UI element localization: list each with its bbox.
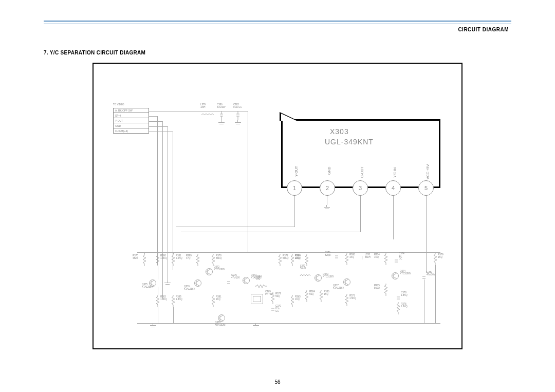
chip-ref: X303 bbox=[330, 127, 349, 136]
resistor bbox=[156, 295, 159, 307]
chip-pin-5: 5 bbox=[418, 180, 434, 196]
wire bbox=[149, 126, 168, 127]
chip-pin-1-label: Y-OUT bbox=[294, 166, 298, 177]
wire bbox=[294, 196, 295, 227]
connector-title: TO VIDEO bbox=[113, 104, 124, 106]
chip-pin-4-label: Y/C IN bbox=[393, 167, 397, 178]
chip-notch-fill bbox=[281, 114, 297, 121]
transistor-q374 bbox=[392, 272, 399, 279]
inductor-l379 bbox=[201, 109, 214, 113]
chip-pin-1: 1 bbox=[287, 180, 302, 196]
delay-line-dl301 bbox=[251, 294, 263, 304]
circuit-diagram-frame: X303 UGL-349KNT 1 Y-OUT 2 GND 3 C-OUT 4 … bbox=[92, 63, 462, 349]
svg-line-27 bbox=[220, 315, 224, 317]
svg-line-15 bbox=[208, 269, 211, 271]
wire bbox=[248, 111, 248, 252]
comp-label: C382 0.1u CC bbox=[233, 104, 242, 109]
connector-row: C-OUT(+4) bbox=[113, 128, 149, 134]
resistor bbox=[143, 254, 146, 266]
chip-pin-2-label: GND bbox=[327, 166, 331, 175]
transistor-q376 bbox=[194, 279, 201, 287]
cap-c375 bbox=[227, 278, 230, 285]
wire bbox=[149, 116, 157, 117]
wire bbox=[426, 196, 427, 247]
wire bbox=[157, 116, 158, 265]
ground-icon bbox=[235, 120, 241, 125]
chip-part: UGL-349KNT bbox=[325, 138, 374, 146]
wire bbox=[168, 126, 168, 281]
transistor-q373b bbox=[314, 274, 322, 282]
svg-line-46 bbox=[345, 279, 349, 281]
svg-line-33 bbox=[245, 282, 248, 284]
svg-line-23 bbox=[196, 284, 200, 286]
svg-line-47 bbox=[345, 283, 349, 285]
chip-pin-3: 3 bbox=[353, 180, 368, 196]
header-rule bbox=[44, 21, 511, 24]
wire-rail-vcc bbox=[137, 252, 440, 253]
connector-row: A. BK/OFF SW bbox=[113, 108, 149, 113]
svg-line-32 bbox=[245, 277, 248, 279]
resistor bbox=[156, 254, 159, 266]
transistor-q378 bbox=[218, 314, 225, 322]
ground-icon bbox=[150, 323, 156, 328]
wire bbox=[181, 232, 361, 232]
wire bbox=[393, 196, 394, 239]
svg-line-10 bbox=[151, 280, 155, 282]
chip-pin-3-label: C-OUT bbox=[360, 166, 364, 178]
comp-label: L379 1mH bbox=[200, 104, 206, 109]
ground-icon bbox=[253, 323, 259, 328]
wire bbox=[360, 196, 361, 232]
wire bbox=[149, 111, 248, 111]
svg-line-39 bbox=[317, 275, 320, 277]
wire bbox=[173, 132, 173, 270]
cap-c382 bbox=[236, 112, 239, 118]
chip-pin-4: 4 bbox=[385, 180, 401, 196]
wire bbox=[327, 196, 327, 205]
wire-rail-gnd bbox=[137, 323, 440, 324]
svg-line-22 bbox=[196, 280, 200, 282]
ground-icon bbox=[164, 281, 171, 286]
connector-block: A. BK/OFF SW SP-4 Y OUT GND C-OUT(+4) bbox=[113, 108, 149, 134]
svg-line-54 bbox=[394, 277, 397, 279]
resistor bbox=[172, 295, 175, 307]
transistor-q372 bbox=[206, 268, 213, 275]
wire bbox=[149, 132, 173, 132]
svg-line-40 bbox=[317, 279, 320, 281]
section-title: 7. Y/C SEPARATION CIRCUIT DIAGRAM bbox=[44, 50, 145, 55]
transistor-q377 bbox=[343, 278, 350, 286]
svg-line-16 bbox=[208, 273, 211, 275]
ground-icon bbox=[324, 205, 330, 210]
cap-c386 bbox=[220, 112, 223, 118]
page-number: 56 bbox=[0, 379, 555, 385]
svg-line-28 bbox=[220, 319, 224, 321]
wire bbox=[162, 121, 163, 298]
connector-row: GND bbox=[113, 123, 149, 128]
ground-icon bbox=[218, 120, 225, 125]
connector-row: Y OUT bbox=[113, 118, 149, 123]
chip-pin-2: 2 bbox=[320, 180, 335, 196]
transistor-q373a bbox=[243, 277, 250, 284]
resistor bbox=[172, 254, 175, 266]
svg-line-53 bbox=[394, 273, 397, 275]
wire bbox=[149, 121, 162, 122]
comp-label: C386 47u/16V bbox=[217, 104, 226, 109]
header-label: CIRCUIT DIAGRAM bbox=[458, 27, 509, 32]
connector-row: SP-4 bbox=[113, 113, 149, 118]
wire bbox=[176, 227, 295, 227]
chip-pin-5-label: VCC +5V bbox=[426, 164, 430, 179]
